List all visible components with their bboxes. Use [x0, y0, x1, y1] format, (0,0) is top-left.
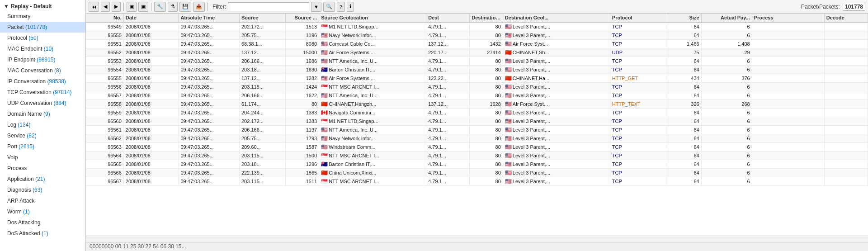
- cell-abstime: 09:47:03.265...: [179, 169, 240, 177]
- cell-protocol: TCP: [610, 169, 668, 177]
- table-row[interactable]: 96557 2008/01/08 09:47:03.265... 206.166…: [86, 91, 868, 100]
- cell-no: 96565: [86, 160, 123, 169]
- table-row[interactable]: 96566 2008/01/08 09:47:03.265... 222.139…: [86, 169, 868, 177]
- sidebar-item-summary[interactable]: Summary: [0, 11, 85, 22]
- toolbar-btn-filter-tool[interactable]: ⚗: [168, 2, 178, 12]
- cell-no: 96558: [86, 100, 123, 109]
- cell-sourcegeo: 🇦🇺Barton Christian IT,...: [319, 160, 426, 169]
- packet-table-container[interactable]: No. Date Absolute Time Source Source ...…: [86, 14, 868, 236]
- sidebar-item-service[interactable]: Service (82): [0, 130, 85, 141]
- cell-actualpay: 6: [701, 22, 752, 31]
- sidebar-item-log[interactable]: Log (134): [0, 119, 85, 130]
- col-header-protocol[interactable]: Protocol: [610, 14, 668, 22]
- cell-destport: 80: [470, 117, 503, 126]
- table-row[interactable]: 96563 2008/01/08 09:47:03.265... 209.60.…: [86, 143, 868, 152]
- toolbar-btn-export[interactable]: 📤: [193, 2, 205, 12]
- toolbar-btn-prev[interactable]: ◀: [101, 2, 110, 12]
- cell-sourcegeo: 🇸🇬NTT MSC ARCNET I...: [319, 152, 426, 160]
- filter-input[interactable]: [228, 2, 309, 11]
- sidebar-item-port[interactable]: Port (2615): [0, 141, 85, 152]
- table-row[interactable]: 96564 2008/01/08 09:47:03.265... 203.115…: [86, 152, 868, 160]
- cell-date: 2008/01/08: [123, 74, 179, 83]
- cell-dest: 4.79.1...: [426, 83, 470, 91]
- col-header-no[interactable]: No.: [86, 14, 123, 22]
- col-header-abstime[interactable]: Absolute Time: [179, 14, 240, 22]
- table-row[interactable]: 96556 2008/01/08 09:47:03.265... 203.115…: [86, 83, 868, 91]
- table-row[interactable]: 96553 2008/01/08 09:47:03.265... 206.166…: [86, 57, 868, 66]
- sidebar-item-process[interactable]: Process: [0, 163, 85, 174]
- cell-decode: [824, 134, 868, 143]
- col-header-sourceport[interactable]: Source ...: [286, 14, 319, 22]
- main-area: ⏮ ◀ ▶ ▣ ▣ 🔧 ⚗ 💾 📤 Filter: ▼ 🔍 ? ℹ Packet…: [86, 0, 868, 251]
- sidebar-item-application[interactable]: Application (21): [0, 174, 85, 185]
- cell-abstime: 09:47:03.265...: [179, 109, 240, 117]
- table-row[interactable]: 96554 2008/01/08 09:47:03.265... 203.18.…: [86, 66, 868, 74]
- toolbar-btn-tools[interactable]: 🔧: [154, 2, 166, 12]
- sidebar-item-packet[interactable]: Packet (101778): [0, 22, 85, 33]
- cell-sourceport: 1424: [286, 83, 319, 91]
- table-row[interactable]: 96559 2008/01/08 09:47:03.265... 204.244…: [86, 109, 868, 117]
- toolbar-btn-copy[interactable]: ▣: [127, 2, 137, 12]
- table-row[interactable]: 96555 2008/01/08 09:47:03.265... 137.12.…: [86, 74, 868, 83]
- table-row[interactable]: 96561 2008/01/08 09:47:03.265... 206.166…: [86, 126, 868, 134]
- table-row[interactable]: 96560 2008/01/08 09:47:03.265... 202.172…: [86, 117, 868, 126]
- cell-destport: 80: [470, 66, 503, 74]
- col-header-decode[interactable]: Decode: [824, 14, 868, 22]
- cell-destgeo: 🇺🇸Level 3 Parent,...: [503, 169, 610, 177]
- sidebar-item-dos-attacking[interactable]: Dos Attacking: [0, 217, 85, 228]
- table-row[interactable]: 96550 2008/01/08 09:47:03.265... 205.75.…: [86, 31, 868, 40]
- cell-process: [752, 126, 824, 134]
- cell-source: 203.18...: [239, 66, 285, 74]
- sidebar-item-tcp-conversation[interactable]: TCP Conversation (97814): [0, 87, 85, 98]
- cell-destgeo: 🇺🇸Level 3 Parent,...: [503, 91, 610, 100]
- table-row[interactable]: 96567 2008/01/08 09:47:03.265... 203.115…: [86, 177, 868, 186]
- sidebar-item-domain-name[interactable]: Domain Name (9): [0, 109, 85, 119]
- sidebar-item-ip-endpoint[interactable]: IP Endpoint (98915): [0, 54, 85, 65]
- sidebar-item-dos-attacked[interactable]: DoS Attacked (1): [0, 228, 85, 239]
- horizontal-scrollbar[interactable]: [86, 236, 868, 242]
- table-row[interactable]: 96558 2008/01/08 09:47:03.265... 61.174.…: [86, 100, 868, 109]
- sidebar-item-worm[interactable]: Worm (1): [0, 206, 85, 217]
- cell-date: 2008/01/08: [123, 109, 179, 117]
- col-header-actualpay[interactable]: Actual Pay...: [701, 14, 752, 22]
- toolbar-sep-1: [123, 3, 124, 11]
- table-row[interactable]: 96565 2008/01/08 09:47:03.265... 203.18.…: [86, 160, 868, 169]
- sidebar-item-mac-endpoint[interactable]: MAC Endpoint (10): [0, 43, 85, 54]
- cell-sourcegeo: 🇺🇸Navy Network Infor...: [319, 134, 426, 143]
- sidebar-item-ip-conversation[interactable]: IP Conversation (98538): [0, 76, 85, 87]
- toolbar-btn-next[interactable]: ▶: [112, 2, 121, 12]
- col-header-source[interactable]: Source: [239, 14, 285, 22]
- cell-protocol: TCP: [610, 117, 668, 126]
- sidebar-item-udp-conversation[interactable]: UDP Conversation (884): [0, 98, 85, 109]
- sidebar-item-mac-conversation[interactable]: MAC Conversation (8): [0, 65, 85, 76]
- filter-search-btn[interactable]: 🔍: [323, 2, 335, 12]
- table-row[interactable]: 96551 2008/01/08 09:47:03.265... 68.38.1…: [86, 40, 868, 48]
- table-row[interactable]: 96552 2008/01/08 09:47:03.265... 137.12.…: [86, 48, 868, 57]
- cell-date: 2008/01/08: [123, 117, 179, 126]
- filter-info-btn[interactable]: ℹ: [347, 2, 354, 12]
- col-header-dest[interactable]: Dest: [426, 14, 470, 22]
- toolbar-btn-save[interactable]: 💾: [179, 2, 191, 12]
- sidebar-root[interactable]: ▼ Replay - Default: [0, 2, 85, 11]
- table-row[interactable]: 96549 2008/01/08 09:47:03.265... 202.172…: [86, 22, 868, 31]
- col-header-destport[interactable]: Destination P...: [470, 14, 503, 22]
- table-row[interactable]: 96562 2008/01/08 09:47:03.265... 205.75.…: [86, 134, 868, 143]
- cell-sourceport: 1383: [286, 109, 319, 117]
- col-header-sourcegeo[interactable]: Source Geolocation: [319, 14, 426, 22]
- sidebar-item-arp-attack[interactable]: ARP Attack: [0, 195, 85, 206]
- toolbar-btn-replay[interactable]: ⏮: [89, 2, 99, 12]
- sidebar-item-diagnosis[interactable]: Diagnosis (63): [0, 185, 85, 195]
- cell-no: 96553: [86, 57, 123, 66]
- toolbar-btn-copy2[interactable]: ▣: [138, 2, 148, 12]
- col-header-size[interactable]: Size: [668, 14, 701, 22]
- filter-help-btn[interactable]: ?: [337, 2, 345, 12]
- filter-dropdown-btn[interactable]: ▼: [311, 2, 321, 12]
- cell-decode: [824, 109, 868, 117]
- cell-actualpay: 6: [701, 31, 752, 40]
- col-header-process[interactable]: Process: [752, 14, 824, 22]
- sidebar-item-voip[interactable]: Voip: [0, 152, 85, 163]
- cell-source: 209.60...: [239, 143, 285, 152]
- col-header-date[interactable]: Date: [123, 14, 179, 22]
- sidebar-item-protocol[interactable]: Protocol (50): [0, 33, 85, 43]
- col-header-destgeo[interactable]: Destination Geol...: [503, 14, 610, 22]
